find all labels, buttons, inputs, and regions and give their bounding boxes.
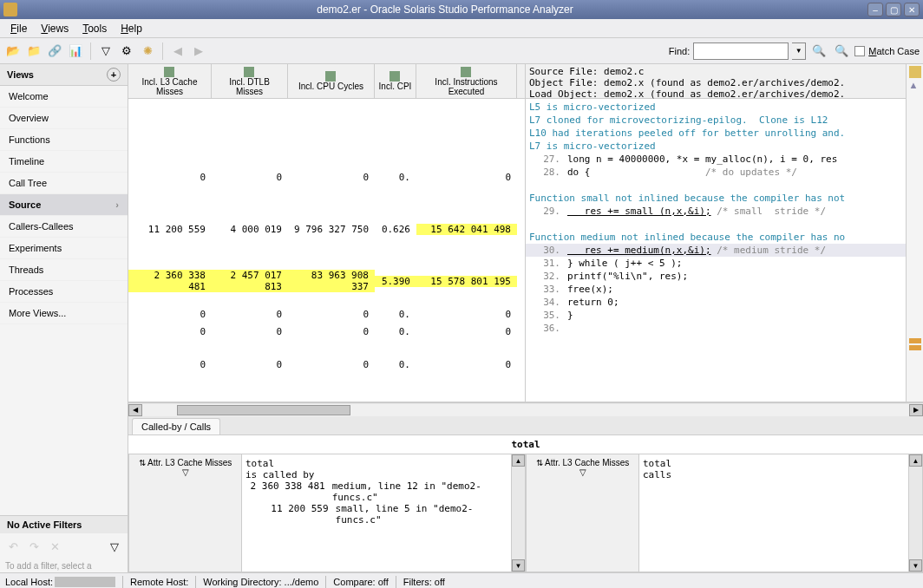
scroll-up-button[interactable]: ▲: [909, 454, 922, 467]
source-line[interactable]: 32.printf("%li\n", res);: [526, 270, 923, 283]
redo-filter-icon[interactable]: ↷: [24, 537, 43, 556]
toolbar: 📂 📁 🔗 📊 ▽ ⚙ ✺ ◀ ▶ Find: ▼ 🔍 🔍 Match Case: [0, 38, 923, 64]
calls-header: totalcalls: [643, 458, 905, 480]
nav-back-icon[interactable]: ◀: [168, 42, 187, 61]
metric-row[interactable]: 11 200 5594 000 0199 796 327 7500.62615 …: [128, 220, 525, 238]
metric-col-header[interactable]: Incl. CPI: [375, 64, 416, 98]
called-by-row[interactable]: 2 360 338 481medium, line 12 in "demo2-f…: [245, 480, 507, 503]
source-line[interactable]: 36.: [526, 322, 923, 335]
menu-help[interactable]: Help: [114, 21, 149, 36]
open-experiment-icon[interactable]: 📂: [3, 42, 23, 61]
maximize-button[interactable]: ▢: [886, 3, 901, 16]
metric-cell: 0: [416, 326, 517, 337]
metric-row[interactable]: [128, 340, 525, 356]
local-host-value: [55, 577, 115, 587]
annotation-line[interactable]: L7 is micro-vectorized: [526, 140, 923, 153]
scroll-up-button[interactable]: ▲: [512, 454, 525, 467]
sidebar-item-call-tree[interactable]: Call Tree: [0, 173, 128, 194]
source-line[interactable]: 35.}: [526, 309, 923, 322]
metric-cell: 0: [416, 309, 517, 320]
marker-orange-icon[interactable]: [909, 345, 921, 350]
vscroll-left[interactable]: ▲ ▼: [511, 454, 525, 572]
source-line[interactable]: 34.return 0;: [526, 296, 923, 309]
scroll-left-button[interactable]: ◀: [128, 404, 142, 416]
annotation-line[interactable]: Function small not inlined because the c…: [526, 192, 923, 205]
metric-col-header[interactable]: Incl. CPU Cycles: [288, 64, 375, 98]
sidebar-item-overview[interactable]: Overview: [0, 108, 128, 129]
marker-orange-icon[interactable]: [909, 338, 921, 343]
compare-icon[interactable]: 📊: [66, 42, 85, 61]
menu-file[interactable]: File: [3, 21, 34, 36]
annotation-line[interactable]: L5 is micro-vectorized: [526, 101, 923, 114]
metric-row[interactable]: 0000.0: [128, 305, 525, 323]
sidebar-item-welcome[interactable]: Welcome: [0, 86, 128, 108]
source-line[interactable]: 33.free(x);: [526, 283, 923, 296]
sidebar-item-threads[interactable]: Threads: [0, 259, 128, 281]
annotation-line[interactable]: L10 had iterations peeled off for better…: [526, 127, 923, 140]
scroll-down-button[interactable]: ▼: [512, 559, 525, 572]
sort-icon[interactable]: ⇅: [139, 458, 146, 467]
nav-forward-icon[interactable]: ▶: [189, 42, 208, 61]
find-dropdown[interactable]: ▼: [792, 42, 806, 60]
find-next-icon[interactable]: 🔍: [809, 42, 828, 61]
find-prev-icon[interactable]: 🔍: [832, 42, 851, 61]
settings-icon[interactable]: ⚙: [117, 42, 136, 61]
sidebar-item-source[interactable]: Source: [0, 194, 128, 216]
match-case-checkbox[interactable]: [854, 46, 865, 56]
metric-cell: 15 578 801 195: [416, 276, 517, 287]
source-line[interactable]: [526, 179, 923, 192]
metric-row[interactable]: 0000.0: [128, 323, 525, 340]
sidebar-item-timeline[interactable]: Timeline: [0, 151, 128, 173]
menu-views[interactable]: Views: [34, 21, 75, 36]
scroll-thumb[interactable]: [177, 405, 350, 415]
metric-row[interactable]: [128, 186, 525, 220]
filter-funnel-icon[interactable]: ▽: [105, 537, 124, 556]
clear-filter-icon[interactable]: ✕: [45, 537, 64, 556]
annotation-line[interactable]: Function medium not inlined because the …: [526, 231, 923, 244]
vscroll-right[interactable]: ▲ ▼: [908, 454, 922, 572]
aggregate-icon[interactable]: 🔗: [45, 42, 64, 61]
annotation-line[interactable]: L7 cloned for microvectorizing-epilog. C…: [526, 114, 923, 127]
metric-row[interactable]: 0000.0: [128, 356, 525, 373]
metric-cell: 83 963 908 337: [288, 270, 375, 292]
source-line[interactable]: [526, 218, 923, 231]
marker-icon[interactable]: [909, 66, 921, 78]
metric-row[interactable]: 2 360 338 4812 457 017 81383 963 908 337…: [128, 272, 525, 290]
source-line[interactable]: 27.long n = 40000000, *x = my_alloc(n), …: [526, 153, 923, 166]
sidebar-item-callers-callees[interactable]: Callers-Callees: [0, 216, 128, 238]
filter-icon[interactable]: ▽: [96, 42, 115, 61]
source-line[interactable]: 30. res += medium(n,x,&i); /* medium str…: [526, 244, 923, 257]
sidebar-item-functions[interactable]: Functions: [0, 129, 128, 151]
metric-row[interactable]: [128, 238, 525, 272]
metric-col-header[interactable]: Incl. DTLB Misses: [212, 64, 288, 98]
metric-col-header[interactable]: Incl. L3 Cache Misses: [128, 64, 212, 98]
object-file-label: Object File: demo2.x (found as demo2.er/…: [529, 77, 920, 88]
metric-row[interactable]: [128, 99, 525, 168]
sidebar-item-more-views-[interactable]: More Views...: [0, 303, 128, 324]
horizontal-scrollbar[interactable]: ◀ ▶: [128, 402, 923, 416]
titlebar: demo2.er - Oracle Solaris Studio Perform…: [0, 0, 923, 19]
menu-tools[interactable]: Tools: [75, 21, 114, 36]
sidebar-item-experiments[interactable]: Experiments: [0, 238, 128, 259]
add-view-button[interactable]: +: [107, 68, 121, 82]
sidebar-item-processes[interactable]: Processes: [0, 281, 128, 303]
close-button[interactable]: ✕: [904, 3, 920, 16]
tab-called-by-calls[interactable]: Called-by / Calls: [132, 418, 220, 434]
find-label: Find:: [669, 46, 690, 56]
source-line[interactable]: 28.do { /* do updates */: [526, 166, 923, 179]
gear-icon[interactable]: ✺: [138, 42, 157, 61]
scroll-down-button[interactable]: ▼: [909, 559, 922, 572]
source-line[interactable]: 31.} while ( j++ < 5 );: [526, 257, 923, 270]
nav-up-icon[interactable]: ▲: [909, 80, 921, 92]
metric-col-header[interactable]: Incl. Instructions Executed: [416, 64, 517, 98]
metric-cell: 0: [288, 326, 375, 337]
minimize-button[interactable]: –: [867, 3, 883, 16]
add-experiment-icon[interactable]: 📁: [24, 42, 43, 61]
called-by-row[interactable]: 11 200 559small, line 5 in "demo2-funcs.…: [245, 503, 507, 526]
find-input[interactable]: [693, 42, 789, 60]
sort-icon[interactable]: ⇅: [536, 458, 543, 467]
scroll-right-button[interactable]: ▶: [909, 404, 923, 416]
metric-row[interactable]: 0000.0: [128, 168, 525, 186]
source-line[interactable]: 29. res += small (n,x,&i); /* small stri…: [526, 205, 923, 218]
undo-filter-icon[interactable]: ↶: [3, 537, 23, 556]
